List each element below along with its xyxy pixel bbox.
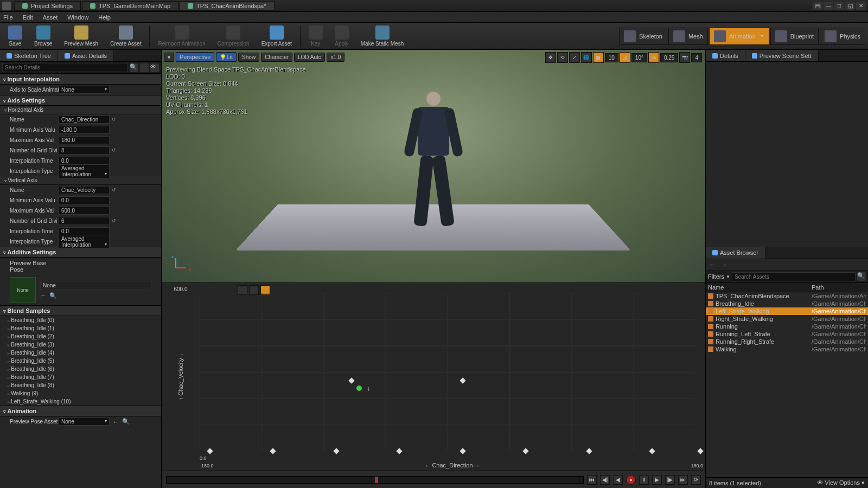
asset-row[interactable]: Running_Left_Strafe/Game/Animation/Cha: [706, 330, 868, 338]
perspective-button[interactable]: Perspective: [176, 52, 214, 62]
menu-asset[interactable]: Asset: [43, 14, 58, 21]
world-local-icon[interactable]: 🌐: [581, 52, 592, 63]
blend-sample[interactable]: [697, 448, 703, 454]
asset-row[interactable]: Left_Strafe_Walking/Game/Animation/Cha: [706, 307, 868, 315]
search-details-input[interactable]: [2, 63, 128, 72]
col-name[interactable]: Name: [708, 284, 812, 291]
h-min-field[interactable]: -180.0: [59, 126, 110, 134]
rotate-icon[interactable]: ⟲: [557, 52, 568, 63]
reset-icon[interactable]: ↺: [112, 147, 118, 154]
scale-icon[interactable]: ⤢: [569, 52, 580, 63]
search-assets-input[interactable]: [732, 272, 856, 281]
mode-blueprint[interactable]: Blueprint: [770, 28, 819, 45]
timeline-track[interactable]: [166, 476, 584, 484]
blend-sample-item[interactable]: Breathing_Idle (1): [0, 324, 161, 332]
menu-help[interactable]: Help: [98, 14, 111, 21]
to-start-button[interactable]: ⏮: [587, 475, 597, 485]
tab-asset-browser[interactable]: Asset Browser: [706, 247, 765, 259]
window-close-icon[interactable]: ✕: [856, 2, 866, 10]
camera-speed-icon[interactable]: 📷: [679, 52, 690, 63]
asset-row[interactable]: Right_Strafe_Walking/Game/Animation/Cha: [706, 315, 868, 323]
v-name-field[interactable]: Chac_Velocity: [59, 186, 110, 194]
character-button[interactable]: Character: [261, 53, 292, 62]
blend-sample-item[interactable]: Breathing_Idle (6): [0, 365, 161, 373]
step-back-button[interactable]: ◀|: [600, 475, 610, 485]
preview-mesh-button[interactable]: Preview Mesh: [59, 24, 104, 49]
pause-button[interactable]: ⏸: [639, 475, 649, 485]
section-animation[interactable]: Animation: [0, 406, 161, 416]
asset-row[interactable]: Running/Game/Animation/Cha: [706, 323, 868, 330]
mode-skeleton[interactable]: Skeleton: [619, 28, 667, 45]
asset-row[interactable]: Running_Right_Strafe/Game/Animation/Cha: [706, 338, 868, 345]
tab-details[interactable]: Details: [706, 50, 745, 61]
make-static-mesh-button[interactable]: Make Static Mesh: [355, 24, 409, 49]
history-fwd-button[interactable]: →: [720, 260, 729, 269]
speed-button[interactable]: x1.0: [327, 53, 344, 62]
asset-row[interactable]: Walking/Game/Animation/Cha: [706, 345, 868, 353]
menu-edit[interactable]: Edit: [23, 14, 33, 21]
window-maximize-icon[interactable]: ◱: [845, 2, 855, 10]
chevron-down-icon[interactable]: ▼: [760, 34, 764, 38]
blend-sample-item[interactable]: Breathing_Idle (8): [0, 381, 161, 389]
h-div-field[interactable]: 8: [59, 146, 110, 155]
preview-base-pose-thumb[interactable]: None: [10, 277, 36, 303]
chevron-down-icon[interactable]: ▼: [726, 274, 730, 279]
angle-snap-icon[interactable]: ◿: [620, 52, 630, 63]
mode-animation[interactable]: Animation▼: [709, 28, 769, 45]
browse-button[interactable]: Browse: [29, 24, 58, 49]
h-max-field[interactable]: 180.0: [59, 136, 110, 144]
grid-snap-icon[interactable]: ▦: [593, 52, 604, 63]
blend-sample-item[interactable]: Breathing_Idle (0): [0, 316, 161, 324]
angle-snap-value[interactable]: 10°: [631, 53, 647, 62]
window-restore-icon[interactable]: □: [834, 2, 844, 10]
v-min-field[interactable]: 0.0: [59, 196, 110, 204]
axis-scale-dropdown[interactable]: None: [59, 86, 110, 94]
export-asset-button[interactable]: Export Asset: [256, 24, 297, 49]
mode-physics[interactable]: Physics: [820, 28, 865, 45]
camera-speed-value[interactable]: 4: [691, 53, 702, 62]
blend-sample-item[interactable]: Breathing_Idle (7): [0, 373, 161, 381]
scale-snap-icon[interactable]: %: [648, 52, 659, 63]
mode-mesh[interactable]: Mesh: [668, 28, 708, 45]
lod-button[interactable]: LOD Auto: [294, 53, 325, 62]
titlebar-tab-project-settings[interactable]: Project Settings: [14, 1, 81, 11]
browse-lens-icon[interactable]: 🔍: [49, 292, 57, 299]
use-arrow-icon[interactable]: ←: [40, 292, 46, 299]
blend-sample-item[interactable]: Breathing_Idle (4): [0, 349, 161, 357]
step-forward-button[interactable]: |▶: [665, 475, 675, 485]
blend-sample-item[interactable]: Breathing_Idle (5): [0, 357, 161, 365]
preview-base-pose-dropdown[interactable]: None: [40, 281, 151, 290]
titlebar-tab-blendspace[interactable]: TPS_ChacAnimBlendspa*: [180, 1, 274, 11]
controller-icon[interactable]: 🎮: [813, 2, 822, 10]
blend-sample-item[interactable]: Walking (9): [0, 389, 161, 397]
filters-button[interactable]: Filters: [708, 273, 724, 280]
play-reverse-button[interactable]: ◀: [613, 475, 623, 485]
use-arrow-icon[interactable]: ←: [113, 419, 119, 425]
search-icon[interactable]: 🔍: [130, 63, 138, 72]
v-type-dropdown[interactable]: Averaged Interpolation: [59, 235, 110, 249]
asset-row[interactable]: Breathing_Idle/Game/Animation/Cha: [706, 300, 868, 307]
viewport[interactable]: z x ▾ Perspective 💡Lit Show Character LO…: [162, 50, 705, 283]
col-path[interactable]: Path: [812, 284, 866, 291]
eye-icon[interactable]: 👁: [150, 63, 159, 72]
tab-asset-details[interactable]: Asset Details: [58, 50, 114, 61]
record-button[interactable]: ●: [626, 475, 636, 485]
matrix-icon[interactable]: [140, 63, 149, 72]
reset-icon[interactable]: ↺: [112, 218, 118, 224]
blend-sample-item[interactable]: Breathing_Idle (2): [0, 332, 161, 341]
playhead[interactable]: [375, 477, 378, 483]
section-axis-settings[interactable]: Axis Settings: [0, 95, 161, 106]
menu-file[interactable]: File: [3, 14, 13, 21]
play-button[interactable]: ▶: [652, 475, 662, 485]
create-asset-button[interactable]: Create Asset: [105, 24, 146, 49]
blend-sample-item[interactable]: Left_Strafe_Walking (10): [0, 397, 161, 406]
v-max-field[interactable]: 600.0: [59, 207, 110, 215]
search-icon[interactable]: 🔍: [857, 272, 866, 281]
scale-snap-value[interactable]: 0.25: [660, 53, 678, 62]
preview-pose-asset-dropdown[interactable]: None: [59, 418, 110, 426]
tab-skeleton-tree[interactable]: Skeleton Tree: [0, 50, 58, 61]
history-back-button[interactable]: ←: [708, 260, 717, 269]
menu-window[interactable]: Window: [67, 14, 88, 21]
reset-icon[interactable]: ↺: [112, 117, 118, 123]
section-blend-samples[interactable]: Blend Samples: [0, 305, 161, 316]
